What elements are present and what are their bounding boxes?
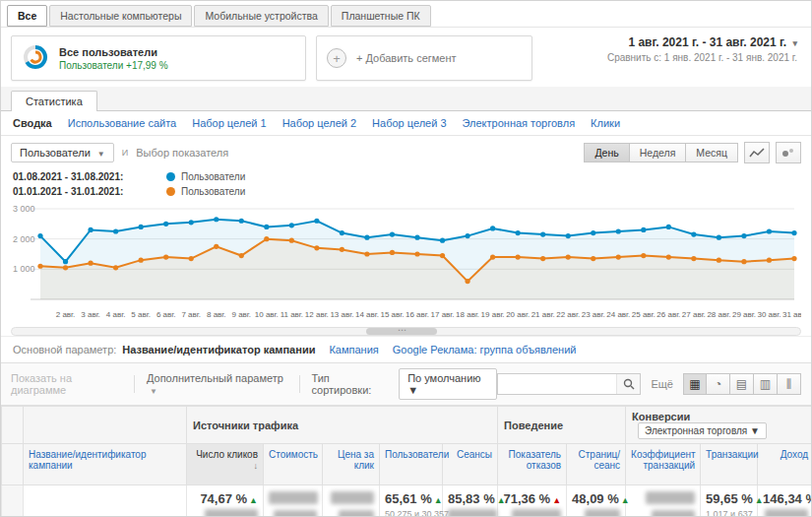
legend-series-label: Пользователи [181, 171, 245, 182]
subnav-goalset1[interactable]: Набор целей 1 [192, 117, 266, 129]
redacted-value [339, 510, 374, 517]
plus-icon: + [327, 48, 346, 68]
subnav-summary[interactable]: Сводка [13, 117, 52, 129]
tab-all[interactable]: Все [7, 5, 47, 27]
svg-text:10 авг.: 10 авг. [255, 310, 279, 319]
row-select-column[interactable] [2, 444, 24, 485]
table-search-input[interactable] [498, 374, 616, 394]
motion-chart-icon [781, 147, 796, 159]
column-header-cpc[interactable]: Цена за клик [323, 444, 380, 485]
chart-scrollbar[interactable]: ⋯ [11, 327, 801, 336]
secondary-dimension-label: Дополнительный параметр [147, 372, 283, 384]
segment-bar: Все пользователи Пользователи +17,99 % +… [1, 27, 811, 87]
metric-dropdown-value: Пользователи [20, 147, 91, 159]
primary-dimension-campaign-link[interactable]: Кампания [329, 344, 378, 355]
legend-row-current: 01.08.2021 - 31.08.2021: Пользователи [13, 171, 799, 182]
column-header-name[interactable]: Название/идентификатор кампании [24, 444, 187, 485]
legend-range-label: 01.08.2021 - 31.08.2021: [13, 171, 160, 182]
primary-dimension-selected[interactable]: Название/идентификатор кампании [122, 344, 315, 355]
svg-text:6 авг.: 6 авг. [156, 310, 176, 319]
chart-scrollbar-thumb[interactable]: ⋯ [366, 328, 437, 335]
column-header-cost[interactable]: Стоимость [264, 444, 323, 485]
search-button[interactable] [616, 374, 640, 394]
segment-delta: Пользователи +17,99 % [59, 60, 168, 71]
subnav-goalset2[interactable]: Набор целей 2 [282, 117, 356, 129]
svg-text:13 авг.: 13 авг. [330, 310, 353, 319]
motion-chart-view-button[interactable] [776, 142, 801, 163]
column-header-users[interactable]: Пользователи [380, 444, 443, 485]
svg-text:4 авг.: 4 авг. [106, 310, 126, 319]
comparison-icon: ▥ [760, 377, 771, 391]
secondary-dimension-dropdown[interactable]: Дополнительный параметр ▼ [147, 372, 287, 396]
primary-dimension-bar: Основной параметр: Название/идентификато… [1, 336, 811, 362]
tab-mobile[interactable]: Мобильные устройства [194, 5, 328, 27]
redacted-value [448, 509, 497, 517]
plot-rows-button[interactable]: Показать на диаграмме [11, 372, 122, 396]
report-subnav: Сводка Использование сайта Набор целей 1… [1, 111, 811, 136]
legend-row-compare: 01.01.2021 - 31.01.2021: Пользователи [13, 186, 799, 197]
group-conversions-label: Конверсии [632, 411, 690, 422]
date-range-picker[interactable]: 1 авг. 2021 г. - 31 авг. 2021 г. ▾ Сравн… [607, 35, 801, 81]
svg-text:22 авг.: 22 авг. [556, 310, 580, 319]
percentage-view-button[interactable]: ◔ [707, 373, 730, 395]
comparison-view-button[interactable]: ▥ [754, 373, 778, 395]
table-column-header-row: Название/идентификатор кампании Число кл… [2, 444, 812, 485]
conversions-type-value: Электронная торговля [645, 425, 747, 436]
subnav-site-usage[interactable]: Использование сайта [68, 117, 176, 129]
select-metric-link[interactable]: Выбор показателя [136, 147, 228, 159]
granularity-month-button[interactable]: Месяц [686, 143, 738, 162]
tab-tablet[interactable]: Планшетные ПК [331, 5, 431, 27]
column-header-clicks[interactable]: Число кликов ↓ [187, 444, 264, 485]
column-header-sessions[interactable]: Сеансы [443, 444, 498, 485]
sort-descending-icon: ↓ [254, 461, 259, 471]
pivot-view-button[interactable]: ⫼ [778, 373, 801, 395]
add-segment-button[interactable]: + + Добавить сегмент [316, 35, 532, 81]
date-range-primary: 1 авг. 2021 г. - 31 авг. 2021 г. [628, 35, 786, 49]
granularity-week-button[interactable]: Неделя [630, 143, 687, 162]
svg-text:7 авг.: 7 авг. [181, 310, 201, 319]
metric-dropdown[interactable]: Пользователи ▼ [11, 143, 114, 162]
svg-text:21 авг.: 21 авг. [531, 310, 555, 319]
summary-cell-pages-session: 48,09 %▲ [567, 485, 626, 517]
svg-text:11 авг.: 11 авг. [281, 310, 303, 319]
sort-type-dropdown[interactable]: По умолчанию ▼ [399, 368, 497, 400]
column-header-transactions[interactable]: Транзакции [701, 444, 758, 485]
chart-legend: 01.08.2021 - 31.08.2021: Пользователи 01… [1, 169, 811, 197]
summary-cell-revenue: 146,34 %▲ [758, 485, 812, 517]
svg-text:30 авг.: 30 авг. [757, 310, 781, 319]
conversions-type-dropdown[interactable]: Электронная торговля ▼ [638, 422, 767, 439]
group-behavior: Поведение [498, 407, 626, 444]
up-arrow-icon: ▲ [621, 495, 630, 505]
subnav-clicks[interactable]: Клики [591, 117, 620, 129]
column-header-pages-session[interactable]: Страниц/сеанс [567, 444, 626, 485]
summary-name-cell [24, 485, 187, 517]
advanced-search-link[interactable]: Ещё [651, 378, 673, 390]
column-header-revenue[interactable]: Доход [758, 444, 812, 485]
svg-text:20 авг.: 20 авг. [506, 310, 530, 319]
subnav-goalset3[interactable]: Набор целей 3 [372, 117, 446, 129]
tab-desktop[interactable]: Настольные компьютеры [49, 5, 192, 27]
svg-text:26 авг.: 26 авг. [656, 310, 680, 319]
summary-cell-sessions: 85,83 %▲ [443, 485, 498, 517]
segment-donut-icon [22, 43, 49, 73]
column-header-bounce-rate[interactable]: Показатель отказов [498, 444, 567, 485]
legend-dot [166, 172, 175, 181]
primary-dimension-adgroup-link[interactable]: Google Реклама: группа объявлений [393, 344, 577, 355]
performance-view-button[interactable]: ▤ [730, 373, 754, 395]
legend-range-label: 01.01.2021 - 31.01.2021: [13, 186, 160, 197]
name-group-header [24, 407, 187, 444]
line-chart-view-button[interactable] [744, 142, 770, 163]
granularity-day-button[interactable]: День [584, 143, 629, 162]
tab-statistics[interactable]: Статистика [11, 91, 97, 111]
table-view-button[interactable]: ▦ [683, 373, 707, 395]
table-toolbar: Показать на диаграмме Дополнительный пар… [1, 362, 811, 406]
redacted-value [269, 491, 318, 504]
summary-cell-cost [264, 485, 323, 517]
column-header-transaction-rate[interactable]: Коэффициент транзакций [626, 444, 701, 485]
svg-text:3 авг.: 3 авг. [81, 310, 100, 319]
redacted-value [331, 491, 374, 504]
segment-all-users[interactable]: Все пользователи Пользователи +17,99 % [11, 35, 306, 81]
pivot-icon: ⫼ [786, 377, 792, 391]
redacted-value [652, 510, 695, 517]
subnav-ecommerce[interactable]: Электронная торговля [463, 117, 576, 129]
